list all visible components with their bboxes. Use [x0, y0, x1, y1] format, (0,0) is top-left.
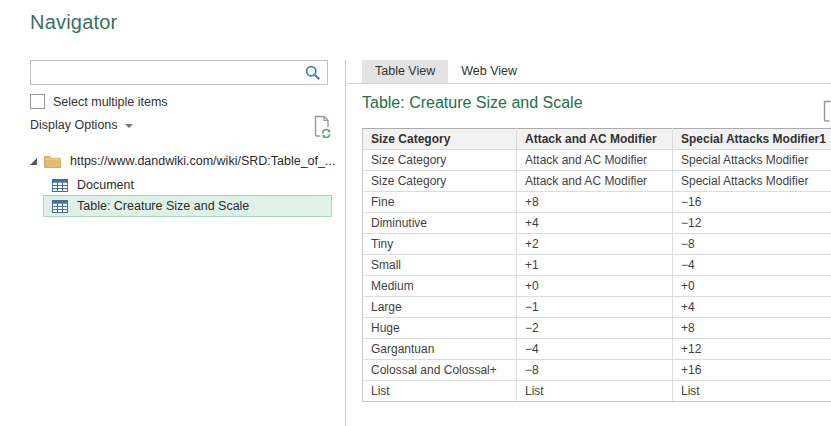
table-cell: −1	[517, 297, 673, 318]
table-row: Size CategoryAttack and AC ModifierSpeci…	[363, 171, 831, 192]
dialog-title: Navigator	[30, 11, 117, 34]
select-multiple-row: Select multiple items	[30, 94, 168, 109]
table-cell: Special Attacks Modifier	[673, 171, 831, 192]
table-cell: −16	[673, 192, 831, 213]
table-row: Huge−2+8	[363, 318, 831, 339]
table-row: Colossal and Colossal+−8+16	[363, 360, 831, 381]
table-cell: Tiny	[363, 234, 517, 255]
table-cell: Large	[363, 297, 517, 318]
column-header: Special Attacks Modifier1	[673, 129, 831, 150]
table-cell: +12	[673, 339, 831, 360]
table-cell: Small	[363, 255, 517, 276]
display-options-button[interactable]: Display Options	[30, 118, 133, 132]
table-cell: +8	[673, 318, 831, 339]
search-icon[interactable]	[304, 64, 322, 82]
tree-item-label: Table: Creature Size and Scale	[77, 199, 249, 213]
table-header-row: Size Category Attack and AC Modifier Spe…	[363, 129, 831, 150]
table-row: Medium+0+0	[363, 276, 831, 297]
table-cell: Attack and AC Modifier	[517, 150, 673, 171]
preview-tabbar: Table View Web View	[362, 60, 530, 83]
tree-item-source-url[interactable]: https://www.dandwiki.com/wiki/SRD:Table_…	[30, 150, 340, 172]
table-cell: −12	[673, 213, 831, 234]
table-cell: −8	[517, 360, 673, 381]
tabbar-underline	[346, 83, 831, 84]
table-row: ListListList	[363, 381, 831, 402]
preview-table-container: Size Category Attack and AC Modifier Spe…	[362, 128, 831, 402]
table-cell: Special Attacks Modifier	[673, 150, 831, 171]
table-cell: +1	[517, 255, 673, 276]
preview-table-body: Size CategoryAttack and AC ModifierSpeci…	[363, 150, 831, 402]
table-cell: Medium	[363, 276, 517, 297]
chevron-down-icon	[125, 124, 133, 128]
tree-item-label: Document	[77, 178, 134, 192]
table-cell: Fine	[363, 192, 517, 213]
table-cell: List	[363, 381, 517, 402]
navigator-dialog: { "window": { "title": "Navigator" }, "l…	[0, 0, 831, 426]
tree-item-label: https://www.dandwiki.com/wiki/SRD:Table_…	[70, 154, 335, 168]
table-row: Size CategoryAttack and AC ModifierSpeci…	[363, 150, 831, 171]
table-row: Fine+8−16	[363, 192, 831, 213]
table-cell: +8	[517, 192, 673, 213]
table-cell: +4	[517, 213, 673, 234]
table-cell: +0	[673, 276, 831, 297]
tab-table-view[interactable]: Table View	[362, 60, 448, 83]
table-cell: Size Category	[363, 150, 517, 171]
select-multiple-label: Select multiple items	[53, 95, 168, 109]
preview-table: Size Category Attack and AC Modifier Spe…	[362, 128, 831, 402]
tree-item-document[interactable]: Document	[52, 174, 332, 196]
table-icon	[52, 179, 68, 192]
table-cell: List	[517, 381, 673, 402]
table-cell: Gargantuan	[363, 339, 517, 360]
table-cell: −8	[673, 234, 831, 255]
table-row: Large−1+4	[363, 297, 831, 318]
display-options-label: Display Options	[30, 118, 118, 132]
table-cell: +2	[517, 234, 673, 255]
search-box	[30, 60, 328, 85]
table-row: Tiny+2−8	[363, 234, 831, 255]
table-cell: +0	[517, 276, 673, 297]
table-cell: Diminutive	[363, 213, 517, 234]
select-multiple-checkbox[interactable]	[30, 94, 45, 109]
tree-item-table-selected[interactable]: Table: Creature Size and Scale	[43, 195, 332, 217]
table-cell: List	[673, 381, 831, 402]
folder-icon	[44, 154, 61, 168]
search-input[interactable]	[31, 61, 304, 84]
column-header: Attack and AC Modifier	[517, 129, 673, 150]
panel-divider	[345, 60, 346, 426]
table-cell: −4	[673, 255, 831, 276]
table-cell: −2	[517, 318, 673, 339]
table-row: Diminutive+4−12	[363, 213, 831, 234]
table-cell: Attack and AC Modifier	[517, 171, 673, 192]
tree-expander-icon[interactable]	[30, 158, 37, 165]
table-row: Gargantuan−4+12	[363, 339, 831, 360]
refresh-preview-icon-right[interactable]	[821, 99, 831, 123]
table-cell: Huge	[363, 318, 517, 339]
table-cell: +16	[673, 360, 831, 381]
table-cell: −4	[517, 339, 673, 360]
table-cell: Colossal and Colossal+	[363, 360, 517, 381]
table-icon	[52, 200, 68, 213]
column-header: Size Category	[363, 129, 517, 150]
table-cell: Size Category	[363, 171, 517, 192]
table-cell: +4	[673, 297, 831, 318]
preview-table-title: Table: Creature Size and Scale	[362, 94, 583, 112]
tab-web-view[interactable]: Web View	[448, 60, 530, 83]
refresh-preview-icon[interactable]	[312, 114, 332, 138]
table-row: Small+1−4	[363, 255, 831, 276]
